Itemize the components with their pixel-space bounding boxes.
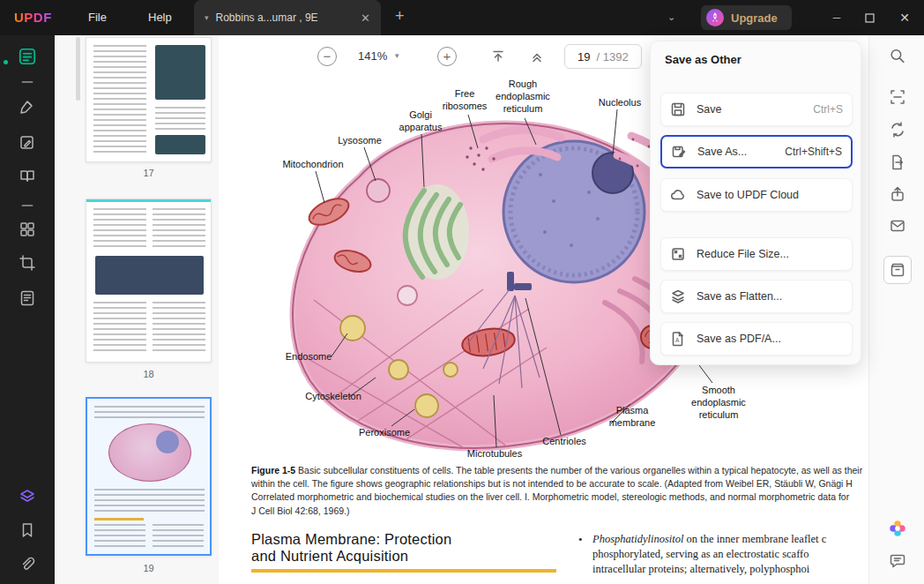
jump-to-top-button[interactable] [490,49,506,64]
menu-item-label: Save as PDF/A... [697,333,843,345]
thumbnail-content [93,302,146,355]
organelle-label: Microtubules [467,448,522,460]
thumbnail-scrollbar[interactable] [76,37,80,101]
section-divider [22,205,34,206]
organelle-label: Mitochondrion [282,159,343,171]
feedback-chat-icon[interactable] [889,552,906,570]
total-pages: / 1392 [596,50,628,64]
figure-caption-text: Basic subcellular constituents of cells.… [251,465,862,516]
layers-icon[interactable] [19,488,36,505]
minimize-icon[interactable]: ─ [833,11,841,24]
bookmark-icon[interactable] [19,521,36,539]
annotation-icon[interactable] [19,99,36,116]
save-as-other-menu: Save as Other Save Ctrl+S Save As... Ctr… [650,41,861,365]
tab-chevron-down-icon[interactable]: ▾ [205,13,209,22]
menu-help[interactable]: Help [148,11,172,24]
thumbnail-figure [155,45,205,100]
convert-icon[interactable] [889,121,906,139]
thumbnail-page-17[interactable] [86,37,212,162]
menu-item-save[interactable]: Save Ctrl+S [660,93,853,126]
title-bar: UPDF File Help ▾ Robbins a...umar , 9E ✕… [0,0,924,35]
close-icon[interactable]: ✕ [899,11,910,24]
figure-caption: Figure 1-5 Basic subcellular constituent… [251,464,868,518]
tab-title: Robbins a...umar , 9E [216,11,351,24]
save-as-other-icon[interactable] [883,256,912,284]
thumbnail-content [93,208,146,251]
thumbnail-panel: 17 18 19 [55,35,220,584]
cloud-icon [670,187,686,203]
menu-item-shortcut: Ctrl+Shift+S [785,146,842,158]
page-view-icon[interactable] [19,168,36,185]
thumbnail-page-19[interactable] [86,397,212,556]
updf-ai-icon[interactable] [888,519,907,538]
body-text-term: Phosphatidylinositol [592,533,683,545]
thumbnail-page-number: 18 [86,369,212,379]
chevron-down-icon: ▼ [393,52,400,60]
thumbnail-figure [155,135,205,154]
export-doc-icon[interactable] [889,153,906,171]
zoom-out-button[interactable]: − [317,47,337,66]
menu-item-label: Save [697,103,813,116]
collapse-panel-handle[interactable] [22,81,34,83]
thumbnail-content [153,208,205,251]
upgrade-button[interactable]: Upgrade [701,5,792,30]
document-tab[interactable]: ▾ Robbins a...umar , 9E ✕ [194,0,381,35]
tab-close-icon[interactable]: ✕ [361,11,370,25]
thumbnail-selection-tint [87,399,210,554]
organelle-label: Centrioles [542,436,586,448]
email-icon[interactable] [889,217,906,235]
form-icon[interactable] [19,289,36,307]
thumbnail-content [93,45,146,154]
thumbnail-content [155,107,205,130]
rocket-icon [706,9,724,26]
maximize-icon[interactable] [865,13,875,23]
reader-mode-icon[interactable] [18,47,37,66]
save-menu-title: Save as Other [665,53,741,66]
menu-item-save-as-flatten[interactable]: Save as Flatten... [660,280,853,313]
attachment-icon[interactable] [19,556,36,573]
organize-pages-icon[interactable] [19,221,36,238]
left-toolbar [0,35,55,584]
organelle-label: Free ribosomes [443,88,488,113]
pdfa-icon: A [670,331,686,347]
menu-item-save-to-cloud[interactable]: Save to UPDF Cloud [660,178,853,212]
search-icon[interactable] [888,47,906,65]
page-up-button[interactable] [529,49,545,64]
organelle-label: Nucleolus [599,97,641,109]
thumbnail-page-18[interactable] [86,198,212,363]
body-text: Phosphatidylinositol on the inner membra… [592,532,868,577]
zoom-in-button[interactable]: + [437,47,457,66]
save-icon [670,101,686,117]
organelle-label: Cytoskeleton [305,391,361,403]
edit-icon[interactable] [19,134,36,152]
right-toolbar [868,35,924,584]
heading-underline [251,569,556,573]
organelle-label: Peroxisome [359,427,410,439]
thumbnail-figure [95,256,204,295]
menu-item-label: Save as Flatten... [697,290,843,303]
menu-item-shortcut: Ctrl+S [813,103,843,116]
page-number-box[interactable]: 19 / 1392 [564,44,642,69]
figure-caption-label: Figure 1-5 [251,465,295,475]
bullet-marker: • [578,533,583,547]
reduce-file-size-icon [670,246,686,262]
upgrade-label: Upgrade [731,11,778,25]
share-icon[interactable] [889,185,906,203]
zoom-level-dropdown[interactable]: 141% ▼ [358,49,400,63]
ocr-icon[interactable] [889,88,906,106]
new-tab-button[interactable]: + [395,8,405,24]
menu-file[interactable]: File [88,11,107,24]
organelle-label: Rough endoplasmic reticulum [496,79,550,115]
updf-logo: UPDF [14,10,52,25]
titlebar-chevron-down-icon[interactable]: ⌄ [667,11,675,23]
thumbnail-highlight [86,199,211,202]
menu-item-reduce-file-size[interactable]: Reduce File Size... [660,237,853,271]
crop-icon[interactable] [19,254,36,272]
organelle-label: Golgi apparatus [399,109,443,134]
zoom-level-value: 141% [358,49,387,63]
organelle-label: Endosome [286,351,332,363]
flatten-icon [670,288,686,304]
menu-item-save-as-pdfa[interactable]: A Save as PDF/A... [660,322,853,356]
menu-item-save-as[interactable]: Save As... Ctrl+Shift+S [660,135,853,168]
current-page[interactable]: 19 [578,50,590,64]
